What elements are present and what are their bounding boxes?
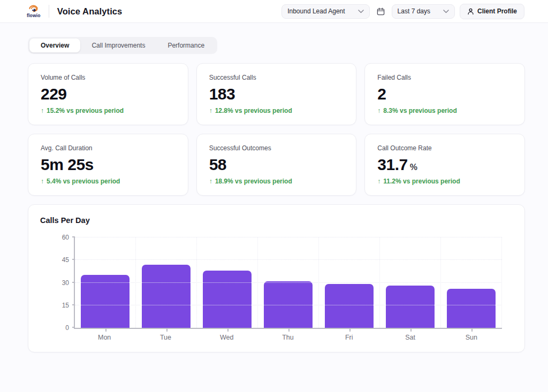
x-axis-tick-label: Wed [196, 334, 257, 341]
x-axis-tick-mark [349, 329, 351, 332]
bar-sun[interactable] [447, 289, 496, 328]
kpi-label: Call Outcome Rate [377, 144, 512, 152]
x-axis-tick-label: Fri [318, 334, 379, 341]
kpi-value-row: 31.7% [377, 156, 512, 174]
kpi-trend: ↑5.4% vs previous period [41, 178, 176, 185]
tab-performance[interactable]: Performance [156, 39, 216, 52]
bar-mon[interactable] [81, 275, 130, 328]
kpi-trend-text: 11.2% vs previous period [383, 178, 460, 185]
bar-wed[interactable] [203, 271, 252, 328]
flowio-logo-icon [28, 4, 39, 13]
kpi-value-row: 229 [41, 85, 176, 103]
x-axis-tick-mark [166, 329, 168, 332]
chart-column-sun [441, 237, 502, 328]
gridline-60 [75, 237, 502, 237]
kpi-trend: ↑15.2% vs previous period [41, 107, 176, 114]
y-axis-tick-label: 15 [62, 302, 69, 309]
bar-tue[interactable] [142, 265, 191, 328]
x-axis-tick-label: Sat [379, 334, 440, 341]
kpi-label: Successful Outcomes [209, 144, 344, 152]
x-axis-tick-label: Thu [257, 334, 318, 341]
kpi-label: Avg. Call Duration [41, 144, 176, 152]
bar-sat[interactable] [386, 286, 435, 328]
kpi-grid: Volume of Calls229↑15.2% vs previous per… [28, 63, 525, 196]
calls-per-day-card: Calls Per Day 015304560 MonTueWedThuFriS… [28, 204, 525, 352]
date-range-select[interactable]: Last 7 days [392, 4, 455, 19]
x-axis-tick-label: Mon [74, 334, 135, 341]
y-axis-tick-mark [72, 327, 75, 328]
chart-column-fri [319, 237, 380, 328]
kpi-trend-text: 12.8% vs previous period [215, 107, 292, 114]
chart-column-tue [136, 237, 197, 328]
kpi-value: 31.7 [377, 156, 407, 174]
page-title: Voice Analytics [57, 6, 123, 17]
person-icon [467, 8, 474, 15]
kpi-value-row: 183 [209, 85, 344, 103]
y-axis-tick-label: 60 [62, 234, 69, 241]
kpi-trend: ↑12.8% vs previous period [209, 107, 344, 114]
kpi-label: Successful Calls [209, 74, 344, 81]
client-profile-label: Client Profile [477, 7, 517, 15]
date-range-value: Last 7 days [398, 7, 430, 15]
kpi-label: Failed Calls [377, 74, 512, 81]
header-divider [49, 5, 49, 18]
kpi-card-failed-calls: Failed Calls2↑8.3% vs previous period [364, 63, 525, 125]
gridline-15 [75, 305, 502, 305]
kpi-trend: ↑8.3% vs previous period [377, 107, 512, 114]
kpi-value-row: 5m 25s [41, 156, 176, 174]
trend-up-arrow-icon: ↑ [377, 178, 380, 185]
kpi-value: 2 [377, 85, 386, 103]
x-axis-tick-mark [105, 329, 106, 332]
kpi-value-row: 2 [377, 85, 512, 103]
chart-column-mon [75, 237, 136, 328]
bar-fri[interactable] [325, 284, 374, 328]
chart-bars [75, 237, 502, 328]
chevron-down-icon [443, 10, 449, 13]
kpi-card-successful-calls: Successful Calls183↑12.8% vs previous pe… [196, 63, 357, 125]
chart-x-axis-labels: MonTueWedThuFriSatSun [74, 334, 502, 341]
kpi-value: 229 [41, 85, 67, 103]
main-content: OverviewCall ImprovementsPerformance Vol… [0, 23, 548, 352]
gridline-30 [75, 282, 502, 283]
header: flowio Voice Analytics Inbound Lead Agen… [0, 0, 548, 23]
kpi-value: 183 [209, 85, 235, 103]
client-profile-button[interactable]: Client Profile [460, 4, 524, 19]
kpi-card-call-outcome-rate: Call Outcome Rate31.7%↑11.2% vs previous… [364, 134, 525, 196]
kpi-value: 5m 25s [41, 156, 94, 174]
agent-select[interactable]: Inbound Lead Agent [281, 4, 369, 19]
logo: flowio [27, 4, 41, 18]
kpi-value-suffix: % [410, 163, 417, 172]
x-axis-tick-mark [288, 329, 290, 332]
kpi-card-volume-of-calls: Volume of Calls229↑15.2% vs previous per… [28, 63, 188, 125]
y-axis-tick-label: 30 [62, 279, 69, 287]
kpi-value: 58 [209, 156, 226, 174]
x-axis-tick-mark [410, 329, 412, 332]
kpi-label: Volume of Calls [41, 74, 176, 81]
chart-title: Calls Per Day [40, 216, 513, 225]
header-controls: Inbound Lead Agent Last 7 days [281, 4, 524, 19]
chevron-down-icon [358, 10, 364, 13]
kpi-value-row: 58 [209, 156, 344, 174]
trend-up-arrow-icon: ↑ [209, 107, 212, 114]
chart-column-thu [258, 237, 319, 328]
gridline-45 [75, 259, 502, 260]
kpi-card-successful-outcomes: Successful Outcomes58↑18.9% vs previous … [196, 134, 357, 196]
kpi-trend-text: 5.4% vs previous period [47, 178, 120, 185]
tab-bar: OverviewCall ImprovementsPerformance [28, 37, 217, 54]
kpi-trend: ↑11.2% vs previous period [377, 178, 512, 185]
x-axis-tick-mark [471, 329, 473, 332]
tab-call-improvements[interactable]: Call Improvements [80, 39, 156, 52]
kpi-trend-text: 18.9% vs previous period [215, 178, 292, 185]
trend-up-arrow-icon: ↑ [41, 178, 44, 185]
y-axis-tick-mark [72, 304, 75, 305]
x-axis-tick-label: Tue [135, 334, 196, 341]
y-axis-tick-label: 0 [65, 324, 69, 332]
tab-overview[interactable]: Overview [29, 39, 80, 52]
calendar-icon[interactable] [375, 6, 387, 17]
y-axis-tick-label: 45 [62, 256, 69, 264]
chart-column-wed [197, 237, 258, 328]
kpi-trend-text: 15.2% vs previous period [47, 107, 124, 114]
y-axis-tick-mark [72, 282, 75, 283]
agent-select-value: Inbound Lead Agent [287, 7, 345, 15]
kpi-trend: ↑18.9% vs previous period [209, 178, 344, 185]
